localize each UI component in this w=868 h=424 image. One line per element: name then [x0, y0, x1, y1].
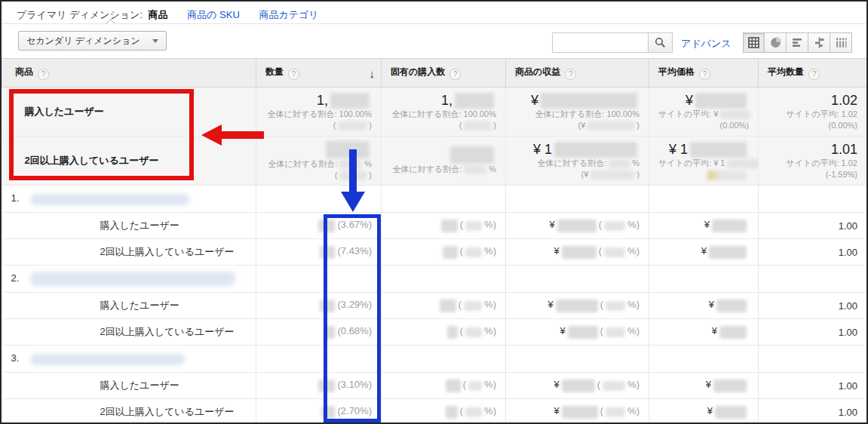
- summary-quantity-cell: 1, 全体に対する割合: 100.00% (): [256, 88, 382, 137]
- help-icon[interactable]: ?: [38, 69, 49, 80]
- redacted-product-name: [30, 354, 185, 365]
- avg-price-cell: ¥: [649, 373, 759, 399]
- redacted-value: [318, 379, 335, 392]
- redacted-value: [320, 300, 335, 312]
- quantity-cell: (7.43%): [256, 239, 382, 266]
- redacted-value: [716, 300, 747, 312]
- redacted-value: [606, 327, 625, 337]
- secondary-dimension-button[interactable]: セカンダリ ディメンション: [18, 31, 167, 51]
- redacted-value: [541, 93, 637, 109]
- primary-dimension-label: プライマリ ディメンション:: [17, 9, 143, 20]
- redacted-value: [690, 142, 747, 158]
- help-icon[interactable]: ?: [288, 69, 299, 80]
- summary-label: 2回以上購入しているユーザー: [2, 137, 256, 186]
- pie-chart-icon: [769, 36, 782, 49]
- redacted-value: [606, 407, 625, 417]
- quantity-cell: (3.67%): [256, 213, 382, 239]
- redacted-value: [464, 301, 482, 311]
- redacted-value: [318, 220, 335, 232]
- empty-cell: [382, 186, 506, 213]
- empty-cell: [382, 346, 506, 373]
- product-name-cell[interactable]: 3.: [2, 346, 256, 373]
- redacted-value: [338, 121, 367, 131]
- avg-price-cell: ¥: [649, 213, 759, 239]
- redacted-value: [330, 93, 370, 109]
- redacted-product-name: [30, 194, 190, 205]
- empty-cell: [256, 266, 382, 293]
- column-header-quantity[interactable]: ↓ 数量?: [256, 59, 382, 88]
- segment-label: 2回以上購入しているユーザー: [2, 239, 256, 266]
- help-icon[interactable]: ?: [565, 69, 576, 80]
- product-name-cell[interactable]: 1.: [2, 186, 256, 213]
- product-row: 3.: [2, 346, 867, 373]
- product-name-cell[interactable]: 2.: [2, 266, 256, 293]
- redacted-value: [447, 326, 458, 339]
- redacted-value: [464, 165, 486, 174]
- search-button[interactable]: [648, 32, 673, 53]
- dimension-link-sku[interactable]: 商品の SKU: [187, 9, 240, 20]
- column-header-unique-purchases[interactable]: 固有の購入数?: [382, 59, 506, 88]
- quantity-cell: (2.70%): [256, 399, 382, 424]
- redacted-value: [720, 110, 750, 119]
- avg-price-cell: ¥: [649, 239, 759, 266]
- redacted-value: [707, 171, 747, 180]
- redacted-value: [440, 300, 456, 312]
- redacted-value: [603, 381, 625, 391]
- help-icon[interactable]: ?: [449, 69, 461, 80]
- column-header-avg-quantity[interactable]: 平均数量?: [759, 59, 867, 88]
- quantity-cell: (3.29%): [256, 293, 382, 319]
- revenue-cell: ¥(%): [506, 373, 649, 399]
- avg-price-cell: ¥: [649, 399, 759, 424]
- redacted-value: [443, 246, 458, 259]
- redacted-value: [339, 160, 362, 169]
- table-header-row: 商品? ↓ 数量? 固有の購入数? 商品の収益? 平均価格? 平均数量?: [2, 59, 867, 88]
- summary-avg-price-cell: ¥ 1 サイトの平均: ¥ 1: [649, 137, 759, 186]
- redacted-value: [455, 93, 494, 109]
- redacted-value: [468, 381, 482, 391]
- summary-label: 購入したユーザー: [2, 88, 256, 137]
- revenue-cell: ¥(%): [506, 319, 649, 346]
- performance-view-button[interactable]: [787, 32, 808, 53]
- help-icon[interactable]: ?: [699, 69, 710, 80]
- unique-purchases-cell: (%): [382, 399, 506, 424]
- pivot-view-button[interactable]: [830, 32, 852, 53]
- redacted-value: [562, 379, 595, 392]
- summary-avg-quantity-cell: 1.01 サイトの平均: 1.02 (-1.59%): [759, 137, 867, 186]
- primary-dimension-selected[interactable]: 商品: [149, 9, 168, 20]
- redacted-value: [590, 171, 634, 180]
- advanced-filter-link[interactable]: アドバンス: [681, 37, 732, 51]
- empty-cell: [759, 346, 867, 373]
- dimension-link-category[interactable]: 商品カテゴリ: [259, 9, 318, 20]
- summary-unique-cell: 全体に対する割合:%: [382, 137, 506, 186]
- search-input[interactable]: [552, 32, 648, 53]
- redacted-value: [464, 121, 491, 131]
- unique-purchases-cell: (%): [382, 373, 506, 399]
- help-icon[interactable]: ?: [808, 69, 820, 80]
- column-header-product[interactable]: 商品?: [2, 59, 256, 88]
- redacted-value: [339, 171, 367, 180]
- column-header-revenue[interactable]: 商品の収益?: [506, 59, 649, 88]
- empty-cell: [382, 266, 506, 293]
- redacted-value: [554, 142, 637, 158]
- redacted-value: [587, 121, 634, 131]
- column-header-avg-price[interactable]: 平均価格?: [649, 59, 759, 88]
- redacted-value: [324, 326, 335, 339]
- unique-purchases-cell: (%): [382, 293, 506, 319]
- avg-quantity-cell: 1.00: [759, 239, 867, 266]
- comparison-view-button[interactable]: [808, 32, 830, 53]
- empty-cell: [506, 346, 649, 373]
- redacted-value: [320, 246, 335, 259]
- redacted-value: [446, 379, 461, 392]
- redacted-value: [609, 159, 630, 168]
- percentage-view-button[interactable]: [765, 32, 787, 53]
- redacted-value: [446, 406, 458, 419]
- summary-unique-cell: 1, 全体に対する割合: 100.00% (): [382, 88, 506, 137]
- comparison-icon: [813, 36, 826, 49]
- redacted-value: [727, 159, 758, 168]
- redacted-value: [557, 220, 597, 232]
- segment-row: 2回以上購入しているユーザー (2.70%) (%) ¥(%) ¥ 1.00: [2, 399, 867, 424]
- table-view-button[interactable]: [743, 32, 765, 53]
- avg-price-cell: ¥: [649, 319, 759, 346]
- sort-descending-icon: ↓: [370, 67, 376, 80]
- redacted-value: [321, 406, 335, 419]
